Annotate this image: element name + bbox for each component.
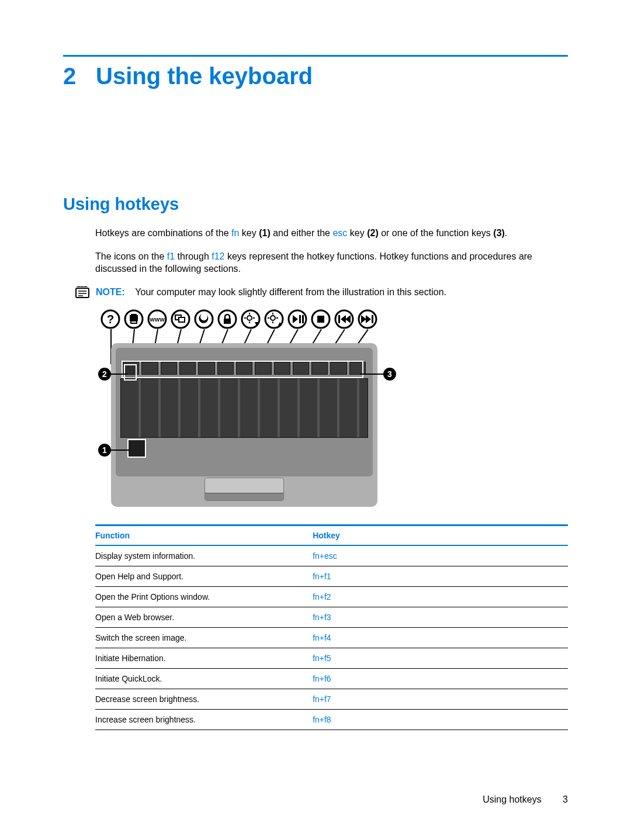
previous-track-icon <box>334 309 354 329</box>
col-function: Function <box>95 525 313 545</box>
play-pause-icon <box>287 309 307 329</box>
svg-point-18 <box>242 310 259 328</box>
note-icon <box>75 286 90 299</box>
page-footer: Using hotkeys 3 <box>483 794 568 805</box>
svg-rect-14 <box>179 317 185 322</box>
chapter-number: 2 <box>63 63 96 89</box>
keyboard-diagram: ? WWW 1 2 3 <box>100 309 393 508</box>
note-text: Your computer may look slightly differen… <box>135 287 446 297</box>
key-fn: fn <box>231 228 239 238</box>
chapter-rule <box>63 55 568 57</box>
svg-point-15 <box>195 310 213 328</box>
callout-3: 3 <box>383 368 396 381</box>
table-row: Initiate QuickLock.fn+f6 <box>95 668 568 689</box>
next-track-icon <box>358 309 377 329</box>
brightness-up-icon <box>264 309 284 329</box>
svg-rect-35 <box>302 315 304 323</box>
table-row: Increase screen brightness.fn+f8 <box>95 709 568 730</box>
hotkeys-table: Function Hotkey Display system informati… <box>95 524 568 730</box>
svg-rect-17 <box>224 319 231 324</box>
esc-key-highlight <box>124 364 137 381</box>
laptop-illustration <box>111 343 377 507</box>
web-icon: WWW <box>147 309 167 329</box>
chapter-heading: 2Using the keyboard <box>63 63 568 89</box>
quicklock-icon <box>217 309 237 329</box>
stop-icon <box>311 309 331 329</box>
svg-rect-45 <box>372 315 373 323</box>
chapter-title: Using the keyboard <box>96 63 313 89</box>
callout-1: 1 <box>98 444 111 457</box>
paragraph-1: Hotkeys are combinations of the fn key (… <box>95 227 568 240</box>
note-block: NOTE: Your computer may look slightly di… <box>63 286 568 299</box>
section-heading: Using hotkeys <box>63 195 568 214</box>
key-f1: f1 <box>167 251 175 261</box>
svg-text:?: ? <box>107 313 114 326</box>
svg-rect-39 <box>338 315 340 323</box>
col-hotkey: Hotkey <box>313 525 568 545</box>
table-row: Open Help and Support.fn+f1 <box>95 566 568 586</box>
brightness-down-icon <box>241 309 261 329</box>
note-label: NOTE: <box>96 287 125 297</box>
table-row: Decrease screen brightness.fn+f7 <box>95 689 568 709</box>
svg-rect-34 <box>299 315 301 323</box>
hibernation-icon <box>194 309 214 329</box>
svg-rect-8 <box>131 314 137 316</box>
table-row: Open the Print Options window.fn+f2 <box>95 586 568 607</box>
key-f12: f12 <box>212 251 224 261</box>
svg-rect-37 <box>317 316 324 323</box>
table-row: Initiate Hibernation.fn+f5 <box>95 648 568 668</box>
svg-text:WWW: WWW <box>150 317 165 323</box>
callout-2: 2 <box>98 368 111 381</box>
key-esc: esc <box>332 228 347 238</box>
table-row: Switch the screen image.fn+f4 <box>95 627 568 648</box>
table-row: Open a Web browser.fn+f3 <box>95 607 568 627</box>
table-row: Display system information.fn+esc <box>95 545 568 566</box>
paragraph-2: The icons on the f1 through f12 keys rep… <box>95 250 568 275</box>
fn-key-highlight <box>127 439 146 458</box>
switch-screen-icon <box>171 309 190 329</box>
svg-rect-9 <box>131 321 137 323</box>
help-icon: ? <box>100 309 120 329</box>
footer-section: Using hotkeys <box>483 794 542 804</box>
footer-page-number: 3 <box>563 794 568 805</box>
print-icon <box>124 309 144 329</box>
